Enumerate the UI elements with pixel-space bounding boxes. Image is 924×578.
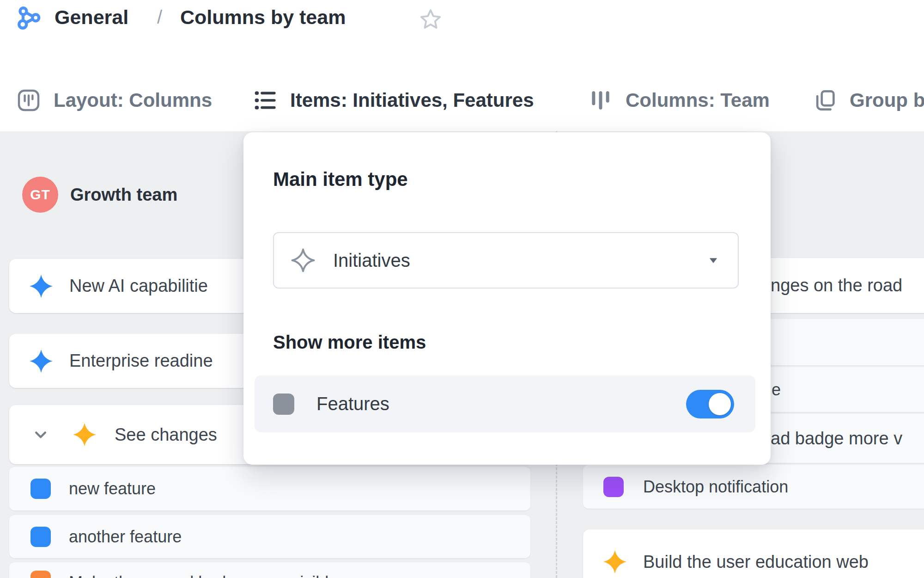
card-title: another feature (69, 527, 182, 547)
items-button[interactable]: Items: Initiatives, Features (252, 85, 534, 116)
card-title: Enterprise readine (69, 351, 213, 371)
initiative-sparkle-outline-icon (291, 248, 316, 273)
columns-bars-icon (588, 87, 614, 113)
features-toggle-row: Features (255, 375, 755, 432)
show-more-items-title: Show more items (273, 332, 426, 353)
features-toggle[interactable] (686, 390, 734, 418)
breadcrumb-root[interactable]: General (55, 6, 128, 29)
initiative-sparkle-icon (602, 548, 628, 575)
card-title: nges on the road (771, 276, 902, 295)
items-popover: Main item type Initiatives Show more ite… (243, 132, 771, 465)
features-toggle-label: Features (316, 394, 389, 414)
initiative-card[interactable]: Build the user education web (583, 529, 924, 578)
initiative-sparkle-icon (71, 421, 98, 448)
card-title: e (772, 380, 781, 400)
card-title: new feature (69, 479, 156, 498)
popover-title: Main item type (273, 168, 408, 191)
card-title: Make the unread badge more visible (69, 573, 338, 578)
columns-button-label: Columns: Team (626, 89, 770, 111)
feature-type-icon (30, 527, 51, 547)
feature-card[interactable]: another feature (9, 515, 530, 558)
card-title: ad badge more v (771, 429, 902, 449)
feature-card[interactable]: Make the unread badge more visible (9, 562, 530, 578)
layout-button-label: Layout: Columns (54, 89, 212, 111)
team-avatar: GT (22, 177, 58, 213)
column-header-growth-team: GT Growth team (22, 177, 177, 213)
columns-button[interactable]: Columns: Team (588, 85, 770, 116)
items-button-label: Items: Initiatives, Features (290, 89, 534, 111)
layout-columns-icon (16, 87, 42, 113)
view-cluster-icon (16, 5, 43, 31)
card-title: Desktop notification (643, 477, 788, 497)
caret-down-icon (706, 253, 720, 267)
group-by-button[interactable]: Group b (812, 85, 924, 116)
main-item-type-select[interactable]: Initiatives (273, 232, 739, 289)
feature-type-icon (30, 571, 51, 578)
card-title: New AI capabilitie (69, 276, 208, 296)
group-by-icon (812, 87, 838, 113)
feature-type-icon (603, 477, 624, 497)
team-name: Growth team (70, 185, 177, 205)
card-title: Build the user education web (643, 552, 869, 572)
feature-card[interactable]: new feature (9, 467, 530, 510)
feature-type-icon (273, 394, 294, 415)
app-window: General / Columns by team Layout: Column… (0, 0, 924, 578)
toggle-knob (709, 393, 731, 415)
items-list-icon (252, 87, 278, 113)
group-by-button-label: Group b (850, 89, 924, 111)
feature-card[interactable]: Desktop notification (583, 465, 924, 509)
chevron-down-icon[interactable] (32, 426, 49, 443)
initiative-sparkle-icon (28, 273, 55, 300)
card-title: See changes (115, 425, 217, 445)
main-item-type-value: Initiatives (333, 250, 410, 271)
initiative-sparkle-icon (28, 348, 55, 375)
layout-button[interactable]: Layout: Columns (16, 85, 212, 116)
breadcrumb-separator: / (157, 7, 162, 28)
breadcrumb-current[interactable]: Columns by team (180, 6, 346, 29)
favorite-star-icon[interactable] (419, 7, 443, 31)
feature-type-icon (30, 479, 51, 499)
